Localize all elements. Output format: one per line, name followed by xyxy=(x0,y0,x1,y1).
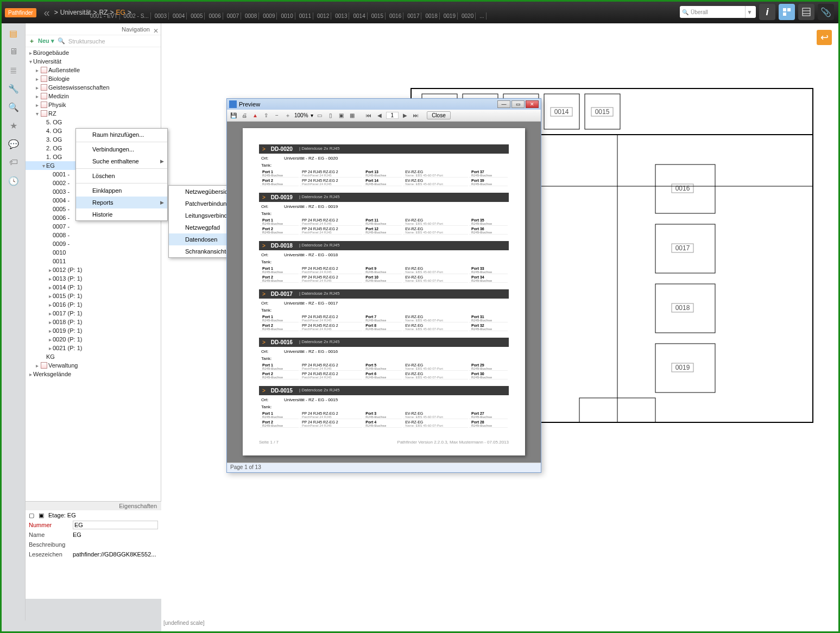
monitor-icon[interactable]: 🖥 xyxy=(7,45,20,58)
tab-item[interactable]: 0001 - EVT xyxy=(89,12,120,20)
pdf-icon[interactable]: ▲ xyxy=(251,111,260,120)
tag-icon[interactable]: 🏷 xyxy=(7,156,20,169)
tab-item[interactable]: 0013 xyxy=(333,12,349,20)
tree-item[interactable]: ▸Verwaltung xyxy=(26,361,161,370)
tab-item[interactable]: 0010 xyxy=(279,12,295,20)
tab-item[interactable]: 0019 xyxy=(442,12,458,20)
tab-item[interactable]: 0005 xyxy=(189,12,205,20)
close-icon[interactable]: ✕ xyxy=(153,25,159,37)
tree-item[interactable]: ▸Biologie xyxy=(26,74,161,83)
next-page-icon[interactable]: ▶ xyxy=(401,111,409,120)
tab-item[interactable]: 0006 xyxy=(207,12,223,20)
tree-item[interactable]: ▸Werksgelände xyxy=(26,370,161,378)
tab-item[interactable]: 0020 xyxy=(460,12,476,20)
tab-item[interactable]: 0015 xyxy=(370,12,386,20)
last-page-icon[interactable]: ⏭ xyxy=(412,111,420,120)
fitpage-icon[interactable]: ▯ xyxy=(326,111,335,120)
tree-item[interactable]: ▸Physik xyxy=(26,100,161,109)
chat-icon[interactable]: 💬 xyxy=(7,137,20,150)
tab-item[interactable]: 0008 xyxy=(243,12,259,20)
prev-page-icon[interactable]: ◀ xyxy=(375,111,384,120)
tab-item[interactable]: 0018 xyxy=(424,12,439,20)
tree-item[interactable]: 0011 xyxy=(26,257,161,265)
info-icon[interactable]: i xyxy=(759,4,775,20)
fitwidth-icon[interactable]: ▭ xyxy=(315,111,324,120)
context-item[interactable]: Suche enthaltene▶ xyxy=(76,155,167,167)
tree-item[interactable]: 0009 - xyxy=(26,239,161,248)
preview-close-button[interactable]: Close xyxy=(427,111,451,119)
search-icon[interactable]: 🔍 xyxy=(7,100,20,113)
tab-item[interactable]: 0007 xyxy=(225,12,241,20)
crumb-1[interactable]: Universität xyxy=(60,9,91,16)
search-dropdown-icon[interactable]: ▼ xyxy=(745,6,754,18)
tree-item[interactable]: 0010 xyxy=(26,248,161,257)
preview-titlebar[interactable]: Preview — ▭ ✕ xyxy=(227,99,541,110)
export-icon[interactable]: ⇪ xyxy=(262,111,270,120)
first-page-icon[interactable]: ⏮ xyxy=(364,111,373,120)
preview-body[interactable]: >DD-0020| Datendose 2x RJ45Ort:Universit… xyxy=(227,122,541,463)
print-icon[interactable]: 🖨 xyxy=(240,111,249,120)
context-item[interactable]: Verbindungen... xyxy=(76,143,167,155)
tab-item[interactable]: 0004 xyxy=(171,12,187,20)
star-icon[interactable]: ★ xyxy=(7,119,20,132)
back-button[interactable]: ↩ xyxy=(817,30,832,45)
panels-icon[interactable] xyxy=(779,4,795,20)
context-item[interactable]: Historie xyxy=(76,208,167,220)
tree-item[interactable]: ▸0019 (P: 1) xyxy=(26,326,161,335)
wrench-icon[interactable]: 🔧 xyxy=(7,82,20,95)
context-item[interactable]: Raum hinzufügen... xyxy=(76,129,167,141)
property-row: Beschreibung xyxy=(26,540,161,549)
context-item[interactable]: Löschen xyxy=(76,170,167,182)
tree-item[interactable]: ▸0013 (P: 1) xyxy=(26,274,161,283)
close-button[interactable]: ✕ xyxy=(526,100,539,108)
tree-item[interactable]: ▸Geisteswissenschaften xyxy=(26,83,161,92)
tree-item[interactable]: ▸Bürogebäude xyxy=(26,48,161,57)
tree-item[interactable]: 5. OG xyxy=(26,118,161,126)
tree-item[interactable]: ▸0012 (P: 1) xyxy=(26,265,161,274)
onepage-icon[interactable]: ▣ xyxy=(337,111,346,120)
tab-item[interactable]: 0002 - S... xyxy=(122,12,151,20)
context-item[interactable]: Einklappen xyxy=(76,185,167,197)
tree-item[interactable]: ▸0014 (P: 1) xyxy=(26,283,161,292)
svg-rect-2 xyxy=(783,12,786,16)
paperclip-icon[interactable]: 📎 xyxy=(818,4,834,20)
stack-icon[interactable]: ≣ xyxy=(7,64,20,77)
tree-item[interactable]: 0008 - xyxy=(26,231,161,239)
tab-item[interactable]: 0014 xyxy=(351,12,367,20)
tab-item[interactable]: 0009 xyxy=(261,12,277,20)
tab-item[interactable]: 0016 xyxy=(388,12,403,20)
tab-item[interactable]: 0012 xyxy=(315,12,331,20)
search-input[interactable]: 🔍Überall ▼ xyxy=(680,6,756,18)
tree-item[interactable]: ▾RZ xyxy=(26,109,161,118)
tree-item[interactable]: ▾Universität xyxy=(26,57,161,66)
twopage-icon[interactable]: ▦ xyxy=(348,111,357,120)
tree-item[interactable]: ▸0016 (P: 1) xyxy=(26,300,161,309)
tree-item[interactable]: ▸Medizin xyxy=(26,92,161,100)
tree-item[interactable]: ▸0017 (P: 1) xyxy=(26,309,161,318)
layers-icon[interactable]: ▤ xyxy=(7,27,20,40)
tab-item[interactable]: 0003 xyxy=(153,12,169,20)
tree-item[interactable]: ▸Außenstelle xyxy=(26,66,161,74)
page-index[interactable]: 1 xyxy=(386,112,399,119)
neu-button[interactable]: Neu ▾ xyxy=(38,37,54,45)
tab-item[interactable]: 0011 xyxy=(298,12,313,20)
tree-item[interactable]: ▸0021 (P: 1) xyxy=(26,344,161,352)
add-icon[interactable]: ＋ xyxy=(29,37,35,45)
clock-icon[interactable]: 🕓 xyxy=(7,174,20,187)
back-chevron-icon[interactable]: « xyxy=(44,7,50,19)
tree-item[interactable]: ▸0018 (P: 1) xyxy=(26,318,161,326)
minimize-button[interactable]: — xyxy=(497,100,510,108)
zoomout-icon[interactable]: − xyxy=(273,111,281,120)
tree-item[interactable]: KG xyxy=(26,352,161,361)
tab-item[interactable]: ... xyxy=(478,12,486,20)
grid-icon[interactable] xyxy=(798,4,814,20)
zoomin-icon[interactable]: ＋ xyxy=(283,111,292,120)
tree-item[interactable]: ▸0015 (P: 1) xyxy=(26,292,161,300)
tree-item[interactable]: 0007 - xyxy=(26,222,161,231)
save-icon[interactable]: 💾 xyxy=(229,111,238,120)
tree-item[interactable]: ▸0020 (P: 1) xyxy=(26,335,161,344)
nav-search-input[interactable]: Struktursuche xyxy=(68,38,105,45)
context-item[interactable]: Reports▶ xyxy=(76,197,167,208)
maximize-button[interactable]: ▭ xyxy=(511,100,525,108)
tab-item[interactable]: 0017 xyxy=(406,12,421,20)
